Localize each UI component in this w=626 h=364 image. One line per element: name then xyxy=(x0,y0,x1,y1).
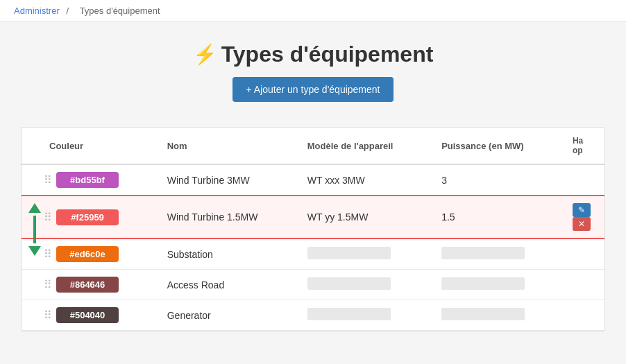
col-header-actions: Haop xyxy=(561,128,604,164)
drag-arrow-line xyxy=(33,216,36,243)
power-placeholder xyxy=(441,247,525,259)
name-cell: Generator xyxy=(156,300,296,331)
color-cell: ⠿ #504040 xyxy=(22,300,156,331)
edit-button[interactable]: ✎ xyxy=(573,203,591,217)
name-cell: Wind Turbine 3MW xyxy=(156,164,296,196)
breadcrumb-current: Types d'équipement xyxy=(80,6,160,16)
name-cell: Wind Turbine 1.5MW xyxy=(156,196,296,239)
breadcrumb-admin-link[interactable]: Administrer xyxy=(14,6,60,16)
drag-handle[interactable]: ⠿ xyxy=(44,248,52,261)
name-cell: Access Road xyxy=(156,270,296,300)
drag-handle[interactable]: ⠿ xyxy=(44,309,52,322)
power-cell xyxy=(430,239,561,270)
model-placeholder xyxy=(307,277,391,290)
page-title-text: Types d'équipement xyxy=(221,42,434,67)
name-cell: Substation xyxy=(156,239,296,270)
color-chip[interactable]: #864646 xyxy=(56,277,119,293)
power-placeholder xyxy=(441,277,525,290)
table-row: ⠿ #f25959 Wind Turbine 1.5MWWT yy 1.5MW1… xyxy=(22,196,604,239)
power-cell xyxy=(430,270,561,300)
table-header-row: Couleur Nom Modèle de l'appareil Puissan… xyxy=(22,128,604,164)
actions-cell xyxy=(561,239,604,270)
col-header-nom: Nom xyxy=(156,128,296,164)
drag-handle[interactable]: ⠿ xyxy=(44,173,52,187)
col-header-couleur: Couleur xyxy=(22,128,156,164)
model-cell xyxy=(296,270,430,300)
color-cell: ⠿ #ed6c0e xyxy=(22,239,156,270)
drag-arrow-up[interactable] xyxy=(28,203,41,213)
power-cell xyxy=(430,300,561,331)
color-cell: ⠿ #bd55bf xyxy=(22,164,156,196)
power-placeholder xyxy=(441,308,525,320)
page-title: ⚡ Types d'équipement xyxy=(14,42,612,67)
model-cell: WT yy 1.5MW xyxy=(296,196,430,239)
actions-cell xyxy=(561,300,604,331)
model-cell xyxy=(296,239,430,270)
power-cell: 1.5 xyxy=(430,196,561,239)
color-chip[interactable]: #ed6c0e xyxy=(56,246,119,262)
table-row: ⠿ #864646 Access Road xyxy=(22,270,604,300)
table-row: ⠿ #bd55bf Wind Turbine 3MWWT xxx 3MW3 xyxy=(22,164,604,196)
color-chip[interactable]: #bd55bf xyxy=(56,172,119,188)
col-header-modele: Modèle de l'appareil xyxy=(296,128,430,164)
bolt-icon: ⚡ xyxy=(193,43,217,66)
model-cell: WT xxx 3MW xyxy=(296,164,430,196)
drag-arrow-down[interactable] xyxy=(28,246,41,256)
color-chip[interactable]: #f25959 xyxy=(56,209,119,225)
power-cell: 3 xyxy=(430,164,561,196)
delete-button[interactable]: ✕ xyxy=(573,217,591,231)
drag-handle[interactable]: ⠿ xyxy=(44,211,52,224)
color-chip[interactable]: #504040 xyxy=(56,307,119,323)
equipment-types-table-container: Couleur Nom Modèle de l'appareil Puissan… xyxy=(21,127,605,331)
actions-cell: ✎ ✕ xyxy=(561,196,604,239)
actions-cell xyxy=(561,164,604,196)
equipment-types-table: Couleur Nom Modèle de l'appareil Puissan… xyxy=(22,128,604,331)
color-cell: ⠿ #864646 xyxy=(22,270,156,300)
col-header-puissance: Puissance (en MW) xyxy=(430,128,561,164)
breadcrumb: Administrer / Types d'équipement xyxy=(0,0,626,22)
table-row: ⠿ #504040 Generator xyxy=(22,300,604,331)
page-header: ⚡ Types d'équipement + Ajouter un type d… xyxy=(0,22,626,113)
drag-arrow-container xyxy=(28,203,41,256)
add-equipment-type-button[interactable]: + Ajouter un type d'équipement xyxy=(232,77,394,102)
table-row: ⠿ #ed6c0e Substation xyxy=(22,239,604,270)
color-cell: ⠿ #f25959 xyxy=(22,196,156,239)
drag-handle[interactable]: ⠿ xyxy=(44,278,52,291)
model-cell xyxy=(296,300,430,331)
model-placeholder xyxy=(307,247,391,259)
breadcrumb-separator: / xyxy=(66,6,69,16)
model-placeholder xyxy=(307,308,391,320)
actions-cell xyxy=(561,270,604,300)
